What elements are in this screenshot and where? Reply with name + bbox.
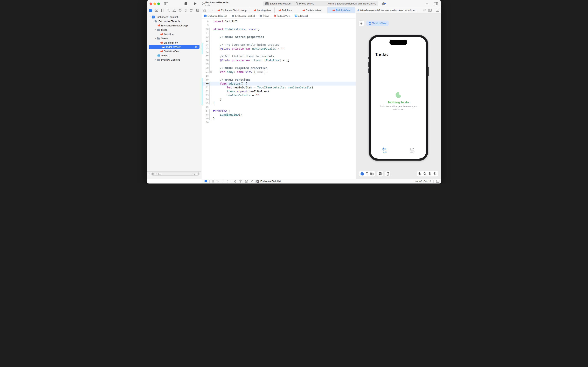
- code-line-60[interactable]: 60 func addItem() {: [202, 82, 356, 85]
- recent-files-icon[interactable]: [193, 173, 195, 175]
- code-line-21[interactable]: 21 var body: some View { ••• }›: [202, 70, 356, 74]
- minimap-toggle-icon[interactable]: [436, 180, 439, 183]
- scheme-device-label[interactable]: iPhone 15 Pro: [299, 2, 314, 5]
- add-editor-icon[interactable]: [436, 9, 439, 12]
- stop-button[interactable]: [185, 2, 187, 5]
- code-fold-ellipsis[interactable]: •••: [257, 71, 263, 73]
- breadcrumb-item-additem-[interactable]: MaddItem(): [295, 15, 308, 17]
- simulate-location-icon[interactable]: [251, 180, 253, 183]
- add-filter-icon[interactable]: [196, 173, 199, 175]
- minimize-window-button[interactable]: [153, 2, 156, 5]
- project-navigator-icon[interactable]: [149, 8, 153, 12]
- code-line-65[interactable]: 65}: [202, 101, 356, 105]
- tab-todolistview[interactable]: TodoListView: [328, 7, 355, 13]
- iphone-preview-device[interactable]: Tasks Nothing to do To-do items will app…: [369, 35, 428, 161]
- toggle-navigator-icon[interactable]: [164, 2, 168, 5]
- code-line-11[interactable]: 11: [202, 31, 356, 35]
- filter-field[interactable]: [151, 172, 200, 175]
- sidebar-item-preview-content[interactable]: ▸Preview Content: [147, 58, 201, 62]
- code-line-59[interactable]: 59 // MARK: Functions: [202, 78, 356, 82]
- tab-statisticsview[interactable]: StatisticsView: [296, 7, 328, 13]
- run-button[interactable]: [194, 2, 197, 5]
- zoom-window-button[interactable]: [157, 2, 160, 5]
- selectable-mode-button[interactable]: [366, 172, 368, 175]
- go-back-icon[interactable]: ‹: [207, 7, 210, 13]
- code-line-67[interactable]: 67#Preview {: [202, 109, 356, 113]
- sidebar-item-landingview[interactable]: LandingView: [147, 41, 201, 45]
- code-line-9[interactable]: 9: [202, 23, 356, 27]
- pin-preview-button[interactable]: [359, 21, 364, 26]
- filter-input[interactable]: [157, 173, 193, 175]
- sidebar-item-enchancedtodolist[interactable]: ▾AEnchancedTodoList: [147, 15, 201, 19]
- code-line-13[interactable]: 13: [202, 39, 356, 43]
- zoom-in-button[interactable]: [434, 172, 437, 175]
- tab-coding-assistant[interactable]: # Added a view to tell the user what to …: [355, 7, 421, 13]
- toolbar-status-bar[interactable]: A EnchancedTodoList 〉 iPhone 15 Pro Runn…: [263, 1, 378, 6]
- sidebar-item-assets[interactable]: Assets: [147, 53, 201, 58]
- code-line-20[interactable]: 20 // MARK: Computed properties: [202, 66, 356, 70]
- code-line-62[interactable]: 62 items.append(newToDoItem): [202, 89, 356, 93]
- environment-overrides-icon[interactable]: [245, 180, 248, 183]
- code-line-64[interactable]: 64 }: [202, 97, 356, 101]
- pause-execution-icon[interactable]: [212, 180, 213, 183]
- zoom-out-button[interactable]: [419, 172, 421, 175]
- tab-todoitem[interactable]: TodoItem: [275, 7, 296, 13]
- find-navigator-icon[interactable]: [166, 8, 170, 12]
- issue-navigator-icon[interactable]: [172, 8, 176, 12]
- breadcrumb-item-todolistview[interactable]: TodoListView: [274, 15, 290, 17]
- zoom-fit-button[interactable]: [428, 172, 432, 175]
- bookmark-navigator-icon[interactable]: [160, 8, 164, 12]
- memory-graph-icon[interactable]: [239, 180, 242, 183]
- scheme-project-label[interactable]: EnchancedTodoList: [270, 2, 291, 5]
- sidebar-item-views[interactable]: ▾Views: [147, 36, 201, 41]
- code-line-19[interactable]: 19: [202, 62, 356, 66]
- device-bezel-button[interactable]: [385, 171, 390, 176]
- source-editor[interactable]: 8import SwiftUI910struct TodoListView: V…: [202, 18, 356, 179]
- view-debugger-icon[interactable]: [234, 180, 237, 183]
- debug-process-label[interactable]: A EnchancedTodoList: [256, 180, 281, 183]
- preview-target-pill[interactable]: TodoListView: [366, 21, 389, 26]
- live-preview-button[interactable]: [361, 172, 364, 175]
- code-line-14[interactable]: 14 // The item currently being created: [202, 43, 356, 47]
- disclosure-closed-icon[interactable]: ▸: [154, 59, 157, 61]
- code-line-8[interactable]: 8import SwiftUI: [202, 19, 356, 23]
- close-window-button[interactable]: [150, 2, 152, 5]
- editor-options-icon[interactable]: [428, 9, 432, 12]
- go-forward-icon[interactable]: ›: [210, 7, 214, 13]
- code-line-61[interactable]: 61 let newToDoItem = TodoItem(details: n…: [202, 85, 356, 89]
- code-line-12[interactable]: 12 // MARK: Stored properties: [202, 35, 356, 39]
- code-line-10[interactable]: 10struct TodoListView: View {: [202, 27, 356, 31]
- sidebar-item-todolistview[interactable]: TodoListViewM: [149, 45, 200, 49]
- breadcrumb-item-enchancedtodolist[interactable]: EnchancedTodoList: [232, 15, 255, 17]
- code-line-16[interactable]: 16: [202, 50, 356, 54]
- disclosure-open-icon[interactable]: ▾: [154, 37, 157, 39]
- disclosure-open-icon[interactable]: ▾: [154, 29, 157, 31]
- disclosure-open-icon[interactable]: ▾: [149, 16, 151, 18]
- variants-mode-button[interactable]: [370, 172, 374, 175]
- code-line-17[interactable]: 17 // Our list of items to complete: [202, 54, 356, 58]
- code-line-70[interactable]: 70: [202, 121, 356, 125]
- sidebar-item-model[interactable]: ▾Model: [147, 28, 201, 32]
- tab-enchancedtodolistapp[interactable]: EnchancedTodoListApp: [214, 7, 250, 13]
- breadcrumb-item-views[interactable]: Views: [259, 15, 269, 17]
- phone-tab-stats[interactable]: Stats: [398, 147, 426, 153]
- code-line-66[interactable]: 66: [202, 105, 356, 109]
- disclosure-open-icon[interactable]: ▾: [152, 20, 154, 22]
- phone-tab-tasks[interactable]: Tasks: [371, 147, 398, 153]
- code-review-icon[interactable]: [423, 9, 426, 12]
- sidebar-item-statisticsview[interactable]: StatisticsView: [147, 49, 201, 53]
- tab-landingview[interactable]: LandingView: [250, 7, 275, 13]
- source-control-navigator-icon[interactable]: [155, 8, 159, 12]
- report-navigator-icon[interactable]: [196, 8, 200, 12]
- code-line-68[interactable]: 68 LandingView(): [202, 113, 356, 117]
- add-tab-button[interactable]: [425, 2, 428, 5]
- sidebar-item-enchancedtodolistapp[interactable]: EnchancedTodoListApp: [147, 23, 201, 28]
- breadcrumb-item-enchancedtodolist[interactable]: AEnchancedTodoList: [204, 15, 227, 17]
- sidebar-item-todoitem[interactable]: TodoItem: [147, 32, 201, 36]
- related-items-icon[interactable]: [202, 7, 207, 13]
- device-settings-button[interactable]: [377, 171, 383, 176]
- test-navigator-icon[interactable]: [178, 8, 182, 12]
- code-line-63[interactable]: 63 newItemDetails = "": [202, 93, 356, 97]
- code-line-58[interactable]: 58: [202, 74, 356, 78]
- breakpoints-toggle-button[interactable]: [205, 180, 207, 182]
